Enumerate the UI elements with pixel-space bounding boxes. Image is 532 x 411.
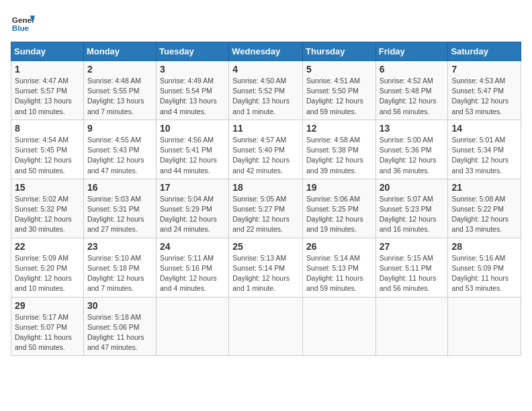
col-wednesday: Wednesday <box>229 42 303 61</box>
day-info: Sunrise: 4:47 AMSunset: 5:57 PMDaylight:… <box>15 76 80 117</box>
page-header: General Blue <box>11 11 521 35</box>
calendar-cell: 16Sunrise: 5:03 AMSunset: 5:31 PMDayligh… <box>83 179 156 238</box>
day-info: Sunrise: 5:05 AMSunset: 5:27 PMDaylight:… <box>232 194 299 235</box>
calendar-cell: 17Sunrise: 5:04 AMSunset: 5:29 PMDayligh… <box>157 179 229 238</box>
week-row-0: 1Sunrise: 4:47 AMSunset: 5:57 PMDaylight… <box>11 61 521 120</box>
calendar-cell: 4Sunrise: 4:50 AMSunset: 5:52 PMDaylight… <box>229 61 303 120</box>
day-number: 29 <box>15 300 80 311</box>
day-number: 22 <box>15 241 80 252</box>
day-number: 25 <box>232 241 299 252</box>
calendar-cell: 29Sunrise: 5:17 AMSunset: 5:07 PMDayligh… <box>11 297 84 356</box>
day-number: 13 <box>380 123 445 134</box>
day-info: Sunrise: 5:00 AMSunset: 5:36 PMDaylight:… <box>380 135 445 176</box>
svg-text:Blue: Blue <box>12 24 30 32</box>
calendar-cell: 6Sunrise: 4:52 AMSunset: 5:48 PMDaylight… <box>375 61 448 120</box>
calendar-cell: 23Sunrise: 5:10 AMSunset: 5:18 PMDayligh… <box>83 238 156 297</box>
day-number: 12 <box>306 123 372 134</box>
day-number: 5 <box>306 64 372 75</box>
day-number: 9 <box>87 123 152 134</box>
calendar-cell <box>375 297 448 356</box>
day-info: Sunrise: 5:01 AMSunset: 5:34 PMDaylight:… <box>451 135 517 176</box>
calendar-cell: 20Sunrise: 5:07 AMSunset: 5:23 PMDayligh… <box>375 179 448 238</box>
day-number: 16 <box>87 182 152 193</box>
day-number: 11 <box>232 123 299 134</box>
day-number: 21 <box>451 182 517 193</box>
col-monday: Monday <box>83 42 156 61</box>
calendar-cell: 5Sunrise: 4:51 AMSunset: 5:50 PMDaylight… <box>303 61 376 120</box>
day-number: 6 <box>380 64 445 75</box>
calendar-cell: 15Sunrise: 5:02 AMSunset: 5:32 PMDayligh… <box>11 179 84 238</box>
day-number: 10 <box>160 123 225 134</box>
calendar-cell: 12Sunrise: 4:58 AMSunset: 5:38 PMDayligh… <box>303 120 376 179</box>
col-tuesday: Tuesday <box>157 42 229 61</box>
day-info: Sunrise: 5:14 AMSunset: 5:13 PMDaylight:… <box>306 253 372 294</box>
calendar-cell <box>157 297 229 356</box>
col-saturday: Saturday <box>448 42 521 61</box>
calendar-cell: 2Sunrise: 4:48 AMSunset: 5:55 PMDaylight… <box>83 61 156 120</box>
calendar-cell <box>303 297 376 356</box>
day-info: Sunrise: 4:53 AMSunset: 5:47 PMDaylight:… <box>451 76 517 117</box>
day-info: Sunrise: 4:52 AMSunset: 5:48 PMDaylight:… <box>380 76 445 117</box>
calendar-cell: 9Sunrise: 4:55 AMSunset: 5:43 PMDaylight… <box>83 120 156 179</box>
day-info: Sunrise: 5:06 AMSunset: 5:25 PMDaylight:… <box>306 194 372 235</box>
calendar-cell <box>448 297 521 356</box>
calendar-cell: 7Sunrise: 4:53 AMSunset: 5:47 PMDaylight… <box>448 61 521 120</box>
day-number: 18 <box>232 182 299 193</box>
day-number: 3 <box>160 64 225 75</box>
day-info: Sunrise: 5:13 AMSunset: 5:14 PMDaylight:… <box>232 253 299 294</box>
calendar-cell: 24Sunrise: 5:11 AMSunset: 5:16 PMDayligh… <box>157 238 229 297</box>
day-info: Sunrise: 5:17 AMSunset: 5:07 PMDaylight:… <box>15 312 80 353</box>
week-row-3: 22Sunrise: 5:09 AMSunset: 5:20 PMDayligh… <box>11 238 521 297</box>
day-info: Sunrise: 5:10 AMSunset: 5:18 PMDaylight:… <box>87 253 152 294</box>
week-row-4: 29Sunrise: 5:17 AMSunset: 5:07 PMDayligh… <box>11 297 521 356</box>
calendar-cell: 28Sunrise: 5:16 AMSunset: 5:09 PMDayligh… <box>448 238 521 297</box>
week-row-2: 15Sunrise: 5:02 AMSunset: 5:32 PMDayligh… <box>11 179 521 238</box>
day-info: Sunrise: 4:50 AMSunset: 5:52 PMDaylight:… <box>232 76 299 117</box>
col-friday: Friday <box>375 42 448 61</box>
day-number: 23 <box>87 241 152 252</box>
day-number: 30 <box>87 300 152 311</box>
calendar-cell: 1Sunrise: 4:47 AMSunset: 5:57 PMDaylight… <box>11 61 84 120</box>
calendar-cell: 25Sunrise: 5:13 AMSunset: 5:14 PMDayligh… <box>229 238 303 297</box>
day-info: Sunrise: 5:03 AMSunset: 5:31 PMDaylight:… <box>87 194 152 235</box>
day-info: Sunrise: 4:49 AMSunset: 5:54 PMDaylight:… <box>160 76 225 117</box>
day-info: Sunrise: 4:58 AMSunset: 5:38 PMDaylight:… <box>306 135 372 176</box>
calendar-cell: 22Sunrise: 5:09 AMSunset: 5:20 PMDayligh… <box>11 238 84 297</box>
header-row: Sunday Monday Tuesday Wednesday Thursday… <box>11 42 521 61</box>
calendar-table: Sunday Monday Tuesday Wednesday Thursday… <box>11 42 521 356</box>
day-number: 19 <box>306 182 372 193</box>
day-info: Sunrise: 5:16 AMSunset: 5:09 PMDaylight:… <box>451 253 517 294</box>
calendar-cell: 27Sunrise: 5:15 AMSunset: 5:11 PMDayligh… <box>375 238 448 297</box>
logo-icon: General Blue <box>11 11 35 35</box>
calendar-cell: 10Sunrise: 4:56 AMSunset: 5:41 PMDayligh… <box>157 120 229 179</box>
col-sunday: Sunday <box>11 42 84 61</box>
day-info: Sunrise: 5:04 AMSunset: 5:29 PMDaylight:… <box>160 194 225 235</box>
logo: General Blue <box>11 11 35 35</box>
calendar-cell: 14Sunrise: 5:01 AMSunset: 5:34 PMDayligh… <box>448 120 521 179</box>
day-info: Sunrise: 5:15 AMSunset: 5:11 PMDaylight:… <box>380 253 445 294</box>
calendar-cell: 8Sunrise: 4:54 AMSunset: 5:45 PMDaylight… <box>11 120 84 179</box>
day-number: 26 <box>306 241 372 252</box>
col-thursday: Thursday <box>303 42 376 61</box>
calendar-cell <box>229 297 303 356</box>
day-number: 28 <box>451 241 517 252</box>
day-number: 20 <box>380 182 445 193</box>
day-number: 7 <box>451 64 517 75</box>
day-info: Sunrise: 4:55 AMSunset: 5:43 PMDaylight:… <box>87 135 152 176</box>
calendar-cell: 30Sunrise: 5:18 AMSunset: 5:06 PMDayligh… <box>83 297 156 356</box>
day-number: 17 <box>160 182 225 193</box>
day-info: Sunrise: 5:18 AMSunset: 5:06 PMDaylight:… <box>87 312 152 353</box>
day-number: 27 <box>380 241 445 252</box>
calendar-cell: 21Sunrise: 5:08 AMSunset: 5:22 PMDayligh… <box>448 179 521 238</box>
day-info: Sunrise: 5:08 AMSunset: 5:22 PMDaylight:… <box>451 194 517 235</box>
day-info: Sunrise: 5:11 AMSunset: 5:16 PMDaylight:… <box>160 253 225 294</box>
day-info: Sunrise: 4:56 AMSunset: 5:41 PMDaylight:… <box>160 135 225 176</box>
day-info: Sunrise: 4:54 AMSunset: 5:45 PMDaylight:… <box>15 135 80 176</box>
day-number: 1 <box>15 64 80 75</box>
day-number: 15 <box>15 182 80 193</box>
day-info: Sunrise: 5:02 AMSunset: 5:32 PMDaylight:… <box>15 194 80 235</box>
calendar-cell: 3Sunrise: 4:49 AMSunset: 5:54 PMDaylight… <box>157 61 229 120</box>
day-info: Sunrise: 5:07 AMSunset: 5:23 PMDaylight:… <box>380 194 445 235</box>
calendar-cell: 13Sunrise: 5:00 AMSunset: 5:36 PMDayligh… <box>375 120 448 179</box>
day-number: 14 <box>451 123 517 134</box>
